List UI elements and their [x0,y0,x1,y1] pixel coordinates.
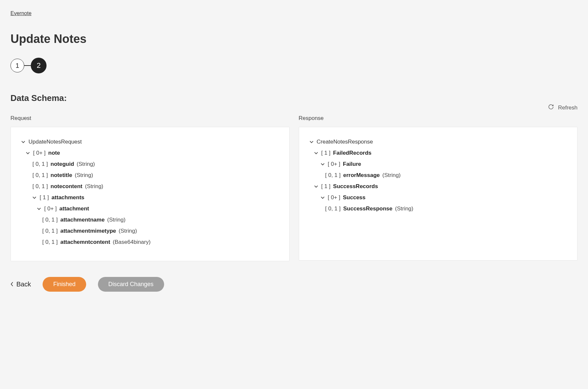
field-name: attachment [59,203,89,214]
response-panel: CreateNotesResponse [ 1 ] FailedRecords … [299,127,578,261]
tree-row-noteguid[interactable]: [ 0, 1 ] noteguid (String) [32,159,281,170]
request-panel: UpdateNotesRequest [ 0+ ] note [ 0, 1 ] … [10,127,290,261]
stepper: 1 2 [10,58,578,73]
field-type: (String) [119,225,137,237]
tree-row-successresponse[interactable]: [ 0, 1 ] SuccessResponse (String) [325,203,570,214]
chevron-down-icon[interactable] [321,162,325,166]
cardinality: [ 0, 1 ] [42,237,58,248]
tree-row-failure[interactable]: [ 0+ ] Failure [321,159,570,170]
field-name: Success [343,192,366,203]
field-name: errorMessage [343,170,380,181]
field-name: attachemntcontent [60,237,110,248]
cardinality: [ 0+ ] [44,203,57,214]
tree-row-success[interactable]: [ 0+ ] Success [321,192,570,203]
cardinality: [ 0+ ] [33,147,46,159]
step-2[interactable]: 2 [31,58,47,73]
step-1[interactable]: 1 [10,59,24,72]
chevron-down-icon[interactable] [32,196,37,200]
back-button[interactable]: Back [10,281,31,288]
tree-row-attachmentmimetype[interactable]: [ 0, 1 ] attachmentmimetype (String) [42,225,281,237]
discard-button[interactable]: Discard Changes [98,277,164,292]
cardinality: [ 0, 1 ] [32,170,48,181]
field-name: FailedRecords [333,147,371,159]
field-name: note [48,147,60,159]
field-type: (String) [107,214,125,225]
field-type: (String) [75,170,93,181]
tree-row-successrecords[interactable]: [ 1 ] SuccessRecords [314,181,570,192]
field-name: noteguid [50,159,74,170]
cardinality: [ 1 ] [321,181,331,192]
chevron-down-icon[interactable] [26,151,30,155]
field-name: Failure [343,159,361,170]
back-label: Back [16,281,31,288]
cardinality: [ 0, 1 ] [325,203,341,214]
field-name: SuccessResponse [343,203,392,214]
field-name: attachmentname [60,214,104,225]
cardinality: [ 0+ ] [328,159,340,170]
cardinality: [ 0+ ] [328,192,340,203]
chevron-down-icon[interactable] [21,140,26,144]
step-connector [24,65,31,66]
tree-row-resp-root[interactable]: CreateNotesResponse [310,136,570,147]
chevron-down-icon[interactable] [314,151,319,155]
breadcrumb-parent[interactable]: Evernote [10,10,31,16]
cardinality: [ 0, 1 ] [325,170,341,181]
tree-row-failedrecords[interactable]: [ 1 ] FailedRecords [314,147,570,159]
tree-row-errormessage[interactable]: [ 0, 1 ] errorMessage (String) [325,170,570,181]
field-name: attachments [51,192,84,203]
finished-button[interactable]: Finished [43,277,86,292]
cardinality: [ 0, 1 ] [42,214,58,225]
chevron-down-icon[interactable] [314,185,319,188]
field-type: (String) [85,181,104,192]
tree-root-name: CreateNotesResponse [317,136,373,147]
schema-row: Refresh Request UpdateNotesRequest [ 0+ … [10,115,578,261]
request-label: Request [10,115,290,122]
cardinality: [ 0, 1 ] [32,159,48,170]
tree-row-root[interactable]: UpdateNotesRequest [21,136,281,147]
chevron-down-icon[interactable] [321,196,325,200]
field-type: (String) [77,159,95,170]
tree-row-attachemntcontent[interactable]: [ 0, 1 ] attachemntcontent (Base64binary… [42,237,281,248]
response-label: Response [299,115,578,122]
refresh-button[interactable]: Refresh [548,104,578,111]
tree-row-attachment[interactable]: [ 0+ ] attachment [37,203,281,214]
response-column: Response CreateNotesResponse [ 1 ] Faile… [299,115,578,261]
tree-root-name: UpdateNotesRequest [28,136,82,147]
field-name: notetitle [50,170,72,181]
chevron-down-icon[interactable] [310,140,314,144]
cardinality: [ 0, 1 ] [42,225,58,237]
chevron-left-icon [10,281,14,288]
tree-row-attachments[interactable]: [ 1 ] attachments [32,192,281,203]
cardinality: [ 0, 1 ] [32,181,48,192]
field-name: attachmentmimetype [60,225,116,237]
field-type: (Base64binary) [113,237,150,248]
section-title: Data Schema: [10,93,578,103]
tree-row-attachmentname[interactable]: [ 0, 1 ] attachmentname (String) [42,214,281,225]
field-name: SuccessRecords [333,181,378,192]
refresh-icon [548,104,554,111]
cardinality: [ 1 ] [321,147,331,159]
request-column: Request UpdateNotesRequest [ 0+ ] note [… [10,115,290,261]
tree-row-notetitle[interactable]: [ 0, 1 ] notetitle (String) [32,170,281,181]
tree-row-note[interactable]: [ 0+ ] note [26,147,281,159]
refresh-label: Refresh [558,105,578,111]
tree-row-notecontent[interactable]: [ 0, 1 ] notecontent (String) [32,181,281,192]
field-type: (String) [395,203,413,214]
field-name: notecontent [50,181,82,192]
cardinality: [ 1 ] [40,192,49,203]
footer-actions: Back Finished Discard Changes [10,277,578,292]
field-type: (String) [382,170,401,181]
page-title: Update Notes [10,32,578,46]
chevron-down-icon[interactable] [37,207,42,211]
